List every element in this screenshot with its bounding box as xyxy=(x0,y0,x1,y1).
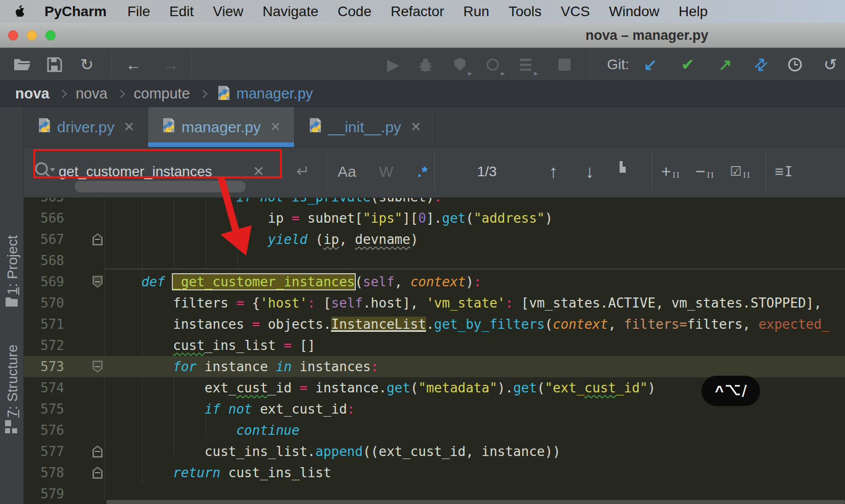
python-file-icon xyxy=(161,118,176,136)
fold-marker-icon[interactable] xyxy=(92,233,103,245)
tab-driver-py[interactable]: driver.py✕ xyxy=(24,107,148,147)
code-line-577[interactable]: 577 cust_ins_list.append((ext_cust_id, i… xyxy=(0,441,845,462)
line-number: 577 xyxy=(24,441,64,462)
add-selection-icon[interactable]: +II xyxy=(661,147,680,195)
back-icon[interactable]: ← xyxy=(120,48,147,81)
concurrency-icon[interactable]: ▸ xyxy=(514,48,537,81)
minimize-window-button[interactable] xyxy=(27,30,37,40)
regex-toggle[interactable]: .* xyxy=(417,147,428,195)
code-text: continue xyxy=(110,420,300,441)
menu-view[interactable]: View xyxy=(203,4,253,20)
method-separator xyxy=(105,269,845,269)
horizontal-scrollbar[interactable] xyxy=(106,500,845,504)
fold-marker-icon[interactable] xyxy=(92,445,103,458)
coverage-icon[interactable]: ▸ xyxy=(449,48,471,81)
code-line-578[interactable]: 578 return cust_ins_list xyxy=(0,462,845,483)
zoom-window-button[interactable] xyxy=(45,30,56,40)
stop-icon[interactable] xyxy=(553,48,576,81)
remove-selection-icon[interactable]: −II xyxy=(695,147,715,195)
code-line-568[interactable]: 568 xyxy=(0,250,845,271)
select-all-matches-icon[interactable] xyxy=(620,163,623,172)
menu-edit[interactable]: Edit xyxy=(160,4,203,20)
code-line-567[interactable]: 567 yield (ip, devname) xyxy=(0,229,845,250)
python-file-icon xyxy=(37,118,52,136)
close-tab-icon[interactable]: ✕ xyxy=(123,119,134,135)
open-folder-icon[interactable] xyxy=(11,48,33,81)
menu-vcs[interactable]: VCS xyxy=(551,4,600,20)
line-number: 579 xyxy=(24,483,64,504)
toolbar-separator xyxy=(111,52,112,77)
close-window-button[interactable] xyxy=(8,30,18,40)
git-label: Git: xyxy=(600,48,636,81)
fold-marker-icon[interactable] xyxy=(92,276,103,288)
window-title: nova – manager.py xyxy=(505,23,788,48)
select-occurrences-icon[interactable]: ☑II xyxy=(730,147,751,195)
chevron-right-icon xyxy=(58,89,67,98)
tab--init-py[interactable]: __init__.py✕ xyxy=(295,107,435,147)
history-icon[interactable] xyxy=(782,48,808,81)
code-line-569[interactable]: 569 def _get_customer_instances(self, co… xyxy=(0,271,845,292)
debug-icon[interactable] xyxy=(414,48,437,81)
menu-pycharm[interactable]: PyCharm xyxy=(33,4,118,20)
code-line-572[interactable]: 572 cust_ins_list = [] xyxy=(0,335,845,356)
line-number: 573 xyxy=(24,356,64,377)
profiler-icon[interactable]: ▸ xyxy=(482,48,504,81)
line-number: 566 xyxy=(24,208,64,229)
run-icon[interactable]: ▶ xyxy=(382,48,404,81)
multiline-search-icon[interactable]: ≡I xyxy=(775,147,792,195)
tab-manager-py[interactable]: manager.py✕ xyxy=(148,107,295,147)
slash-key-label: / xyxy=(742,381,746,401)
line-number: 572 xyxy=(24,335,64,356)
editor-tabbar: driver.py✕manager.py✕__init__.py✕ xyxy=(0,107,845,147)
code-line-566[interactable]: 566 ip = subnet["ips"][0].get("address") xyxy=(0,208,845,229)
git-merge-icon[interactable]: ⇄ xyxy=(740,44,781,85)
code-line-576[interactable]: 576 continue xyxy=(0,420,845,441)
git-commit-icon[interactable]: ✔ xyxy=(675,48,700,81)
close-tab-icon[interactable]: ✕ xyxy=(270,119,281,135)
rollback-icon[interactable]: ↺ xyxy=(818,48,843,81)
git-update-icon[interactable]: ↙ xyxy=(638,48,663,81)
option-key-icon xyxy=(725,383,741,399)
menu-code[interactable]: Code xyxy=(328,4,381,20)
fold-marker-icon[interactable] xyxy=(92,467,103,479)
sync-icon[interactable]: ↻ xyxy=(76,48,98,81)
breadcrumb-project[interactable]: nova xyxy=(15,85,50,102)
code-line-571[interactable]: 571 instances = objects.InstanceList.get… xyxy=(0,314,845,335)
menu-help[interactable]: Help xyxy=(669,4,718,20)
words-toggle[interactable]: W xyxy=(379,147,393,195)
menu-refactor[interactable]: Refactor xyxy=(381,4,454,20)
close-tab-icon[interactable]: ✕ xyxy=(410,119,421,135)
code-line-570[interactable]: 570 filters = {'host': [self.host], 'vm_… xyxy=(0,292,845,314)
breadcrumb: nova nova compute manager.py xyxy=(0,81,845,107)
code-line-573[interactable]: 573 for instance in instances: xyxy=(0,356,845,377)
chevron-right-icon xyxy=(116,89,125,98)
line-number: 574 xyxy=(24,377,64,398)
git-push-icon[interactable]: ↗ xyxy=(713,48,738,81)
save-icon[interactable] xyxy=(43,48,66,81)
menu-run[interactable]: Run xyxy=(454,4,499,20)
chevron-right-icon xyxy=(199,89,207,98)
line-number: 571 xyxy=(24,314,64,335)
breadcrumb-file[interactable]: manager.py xyxy=(237,85,313,102)
apple-icon[interactable] xyxy=(15,5,27,19)
code-text: for instance in instances: xyxy=(110,356,379,377)
match-case-toggle[interactable]: Aa xyxy=(338,147,356,195)
newline-icon[interactable]: ↵ xyxy=(296,147,310,195)
breadcrumb-package[interactable]: compute xyxy=(134,85,190,102)
forward-icon[interactable]: → xyxy=(158,48,184,81)
menu-window[interactable]: Window xyxy=(599,4,669,20)
code-text: yield (ip, devname) xyxy=(110,229,418,250)
menu-tools[interactable]: Tools xyxy=(499,4,551,20)
panel-separator xyxy=(434,153,435,191)
window-titlebar[interactable]: nova – manager.py xyxy=(0,23,845,48)
code-text: def _get_customer_instances(self, contex… xyxy=(110,271,482,292)
code-text: if not ext_cust_id: xyxy=(110,398,355,420)
line-number: 578 xyxy=(24,462,64,483)
previous-match-icon[interactable]: ↑ xyxy=(549,147,558,195)
breadcrumb-package[interactable]: nova xyxy=(76,85,108,102)
menu-file[interactable]: File xyxy=(118,4,160,20)
next-match-icon[interactable]: ↓ xyxy=(585,147,594,195)
menu-navigate[interactable]: Navigate xyxy=(253,4,328,20)
panel-separator xyxy=(766,153,766,191)
fold-marker-icon[interactable] xyxy=(92,361,103,373)
